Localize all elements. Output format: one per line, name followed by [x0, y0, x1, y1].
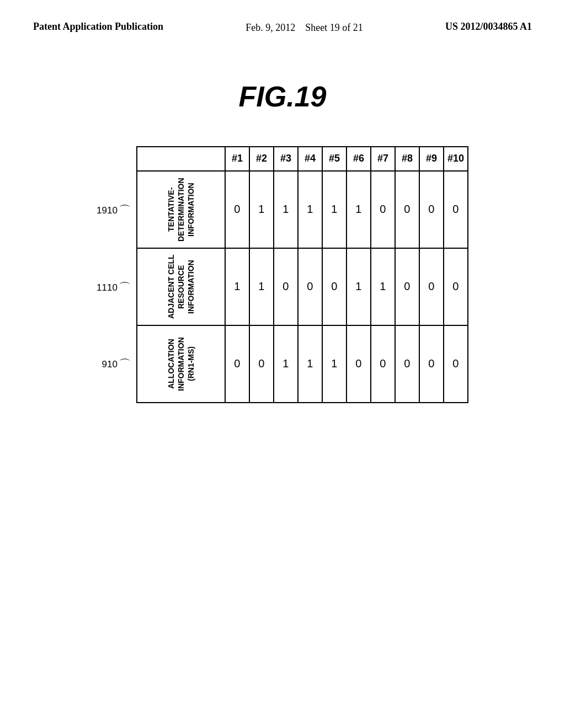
row-1-val-1: 0: [225, 171, 249, 248]
row-2-val-9: 0: [419, 248, 444, 325]
row-3-label: ALLOCATION INFORMATION(RN1-MS): [137, 325, 225, 403]
row-3-val-2: 0: [249, 325, 274, 403]
row-2-val-7: 1: [371, 248, 395, 325]
row-2-val-10: 0: [444, 248, 468, 325]
table-header-row: #1 #2 #3 #4 #5 #6 #7 #8 #9 #10: [137, 147, 468, 171]
ref-label-1910: 1910 ⌒: [97, 196, 132, 225]
row-2-label: ADJACENT CELL RESOURCEINFORMATION: [137, 248, 225, 325]
row-3-val-7: 0: [371, 325, 395, 403]
row-1-val-9: 0: [419, 171, 444, 248]
col-header-7: #7: [371, 147, 395, 171]
ref-num-1910: 1910: [97, 205, 118, 216]
row-reference-labels: 1910 ⌒ 1110 ⌒ 910 ⌒: [97, 146, 136, 403]
data-table: #1 #2 #3 #4 #5 #6 #7 #8 #9 #10 TENTATIVE…: [136, 146, 468, 403]
row-3-val-8: 0: [395, 325, 419, 403]
row-2-val-6: 1: [347, 248, 371, 325]
ref-label-910: 910 ⌒: [102, 350, 132, 379]
row-1-val-3: 1: [274, 171, 298, 248]
row-3-val-10: 0: [444, 325, 468, 403]
header-date-sheet: Feb. 9, 2012 Sheet 19 of 21: [246, 20, 363, 36]
row-2-val-8: 0: [395, 248, 419, 325]
row-3-val-4: 1: [298, 325, 322, 403]
row-1-label: TENTATIVE-DETERMINATIONINFORMATION: [137, 171, 225, 248]
col-header-4: #4: [298, 147, 322, 171]
row-2-val-5: 0: [322, 248, 347, 325]
ref-num-910: 910: [102, 359, 118, 370]
row-3-val-9: 0: [419, 325, 444, 403]
col-header-6: #6: [347, 147, 371, 171]
col-header-10: #10: [444, 147, 468, 171]
page-header: Patent Application Publication Feb. 9, 2…: [0, 0, 565, 36]
row-1-val-5: 1: [322, 171, 347, 248]
empty-header-cell: [137, 147, 225, 171]
row-2-val-1: 1: [225, 248, 249, 325]
row-3-val-6: 0: [347, 325, 371, 403]
table-row-3: ALLOCATION INFORMATION(RN1-MS) 0 0 1 1 1…: [137, 325, 468, 403]
row-1-val-2: 1: [249, 171, 274, 248]
col-header-3: #3: [274, 147, 298, 171]
row-2-val-3: 0: [274, 248, 298, 325]
row-1-val-8: 0: [395, 171, 419, 248]
ref-label-1110: 1110 ⌒: [97, 274, 132, 302]
figure-content: 1910 ⌒ 1110 ⌒ 910 ⌒ #1 #2 #3 #4 #5 #6 #7…: [0, 146, 565, 403]
row-3-val-3: 1: [274, 325, 298, 403]
col-header-2: #2: [249, 147, 274, 171]
sheet-info: Sheet 19 of 21: [305, 22, 363, 33]
row-3-val-5: 1: [322, 325, 347, 403]
col-header-1: #1: [225, 147, 249, 171]
row-1-val-10: 0: [444, 171, 468, 248]
publication-date: Feb. 9, 2012: [246, 22, 295, 33]
row-2-val-4: 0: [298, 248, 322, 325]
table-row-1: TENTATIVE-DETERMINATIONINFORMATION 0 1 1…: [137, 171, 468, 248]
publication-title: Patent Application Publication: [33, 20, 163, 34]
ref-num-1110: 1110: [97, 282, 118, 293]
patent-number: US 2012/0034865 A1: [445, 20, 532, 34]
col-header-9: #9: [419, 147, 444, 171]
row-1-val-4: 1: [298, 171, 322, 248]
col-header-5: #5: [322, 147, 347, 171]
figure-title: FIG.19: [0, 80, 565, 113]
row-1-val-7: 0: [371, 171, 395, 248]
row-2-val-2: 1: [249, 248, 274, 325]
row-3-val-1: 0: [225, 325, 249, 403]
row-1-val-6: 1: [347, 171, 371, 248]
col-header-8: #8: [395, 147, 419, 171]
table-row-2: ADJACENT CELL RESOURCEINFORMATION 1 1 0 …: [137, 248, 468, 325]
